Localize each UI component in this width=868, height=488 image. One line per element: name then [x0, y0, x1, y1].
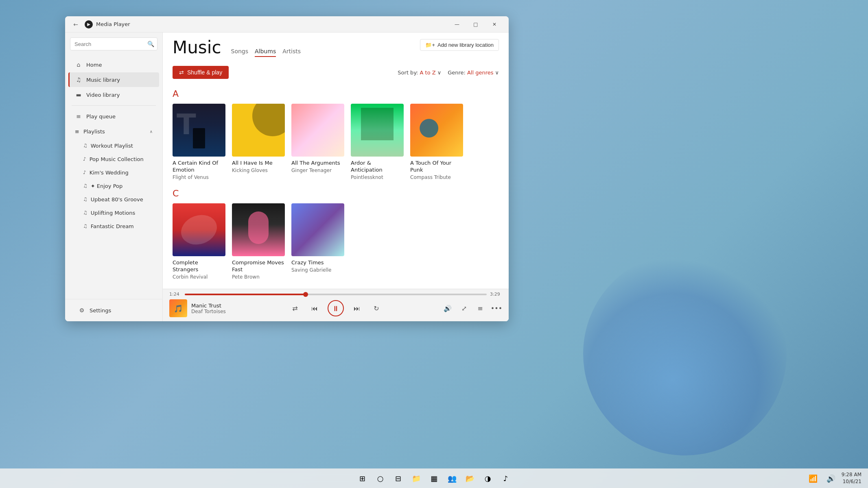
sidebar-label-pop: Pop Music Collection: [90, 156, 144, 162]
shuffle-play-button[interactable]: ⇄ Shuffle & play: [173, 66, 229, 79]
tab-artists[interactable]: Artists: [282, 46, 301, 57]
app-window: ← ▶ Media Player — □ ✕ 🔍: [65, 16, 509, 321]
search-icon: 🔍: [147, 41, 154, 47]
page-title: Music: [173, 39, 221, 56]
player-buttons: ⇄ ⏮ ⏸ ⏭ ↻: [259, 300, 413, 316]
album-card-c2[interactable]: Compromise Moves Fast Pete Brown: [232, 203, 285, 280]
next-button[interactable]: ⏭: [350, 302, 363, 315]
sidebar-item-kims-wedding[interactable]: ♪ Kim's Wedding: [68, 166, 159, 179]
maximize-button[interactable]: □: [466, 18, 485, 31]
fullscreen-button[interactable]: ⤢: [458, 303, 470, 314]
shuffle-button[interactable]: ⇄: [289, 302, 302, 315]
album-name-c3: Crazy Times: [291, 259, 344, 266]
more-options-icon: •••: [491, 305, 502, 312]
progress-track[interactable]: [185, 294, 487, 295]
sort-by-control[interactable]: Sort by: A to Z ∨: [398, 70, 441, 76]
minimize-button[interactable]: —: [448, 18, 466, 31]
taskbar-wifi-icon[interactable]: 📶: [806, 471, 820, 486]
sidebar-label-play-queue: Play queue: [86, 113, 116, 120]
app-body: 🔍 ⌂ Home ♫ Music library ▬ Video library: [65, 33, 509, 321]
albums-grid-c: Complete Strangers Corbin Revival Compro…: [173, 203, 499, 280]
pause-button[interactable]: ⏸: [328, 300, 344, 316]
add-library-button[interactable]: 📁+ Add new library location: [420, 39, 499, 51]
album-artist-c2: Pete Brown: [232, 274, 285, 280]
taskbar-search[interactable]: ○: [373, 471, 388, 486]
sidebar-item-video-library[interactable]: ▬ Video library: [68, 87, 159, 102]
sidebar-item-play-queue[interactable]: ≡ Play queue: [68, 109, 159, 124]
tab-songs[interactable]: Songs: [231, 46, 249, 57]
album-card-c3[interactable]: Crazy Times Saving Gabrielle: [291, 203, 344, 280]
more-options-button[interactable]: •••: [491, 303, 502, 314]
previous-button[interactable]: ⏮: [308, 302, 321, 315]
tab-albums[interactable]: Albums: [255, 46, 276, 57]
shuffle-icon: ⇄: [179, 69, 184, 76]
album-cover-a3: [291, 104, 344, 157]
close-button[interactable]: ✕: [485, 18, 504, 31]
sidebar-item-uplifting-motions[interactable]: ♫ Uplifting Motions: [68, 206, 159, 219]
album-artist-a1: Flight of Venus: [173, 174, 225, 180]
progress-thumb: [303, 292, 308, 297]
taskbar-start[interactable]: ⊞: [355, 471, 370, 486]
player-right-controls: 🔊 ⤢ ≡ •••: [413, 303, 502, 314]
sidebar-item-home[interactable]: ⌂ Home: [68, 57, 159, 72]
content-header: Music Songs Albums Artists 📁+ Add new li…: [163, 33, 509, 61]
album-artist-c3: Saving Gabrielle: [291, 267, 344, 273]
album-cover-c1: [173, 203, 225, 256]
album-name-c1: Complete Strangers: [173, 259, 225, 273]
taskbar-right: 📶 🔊 9:28 AM 10/6/21: [806, 471, 861, 486]
sidebar-item-enjoy-pop[interactable]: ♫ ✦ Enjoy Pop: [68, 179, 159, 192]
taskbar: ⊞ ○ ⊟ 📁 ▦ 👥 📂 ◑ ♪ 📶 🔊 9:28 AM 10/6/21: [0, 468, 868, 488]
sidebar-label-workout: Workout Playlist: [91, 143, 133, 149]
sidebar-label-home: Home: [86, 62, 102, 68]
taskbar-widgets[interactable]: ▦: [427, 471, 442, 486]
album-card-a2[interactable]: All I Have Is Me Kicking Gloves: [232, 104, 285, 180]
sidebar-bottom: ⚙ Settings: [65, 299, 162, 321]
sidebar-item-80s-groove[interactable]: ♫ Upbeat 80's Groove: [68, 193, 159, 206]
sidebar-item-fantastic-dream[interactable]: ♫ Fantastic Dream: [68, 220, 159, 233]
taskbar-volume-icon[interactable]: 🔊: [824, 471, 838, 486]
taskbar-files[interactable]: 📁: [409, 471, 424, 486]
album-card-a5[interactable]: A Touch Of Your Punk Compass Tribute: [410, 104, 463, 180]
sidebar-item-settings[interactable]: ⚙ Settings: [72, 303, 156, 318]
now-playing-bar: 1:24 3:29 🎵: [163, 289, 509, 321]
taskbar-edge[interactable]: ◑: [481, 471, 495, 486]
time-current: 1:24: [169, 292, 181, 297]
app-icon: ▶: [85, 20, 93, 28]
album-cover-c3: [291, 203, 344, 256]
track-name: Manic Trust: [191, 303, 226, 309]
genre-control[interactable]: Genre: All genres ∨: [448, 70, 499, 76]
content-title-left: Music Songs Albums Artists: [173, 39, 301, 58]
sidebar-label-uplifting: Uplifting Motions: [91, 210, 136, 216]
shuffle-icon: ⇄: [292, 305, 297, 312]
album-card-a3[interactable]: All The Arguments Ginger Teenager: [291, 104, 344, 180]
sidebar-item-music-library[interactable]: ♫ Music library: [68, 72, 159, 87]
album-card-c1[interactable]: Complete Strangers Corbin Revival: [173, 203, 225, 280]
sidebar-item-workout-playlist[interactable]: ♫ Workout Playlist: [68, 139, 159, 152]
volume-button[interactable]: 🔊: [442, 303, 453, 314]
album-card-a4[interactable]: Ardor & Anticipation Pointlessknot: [351, 104, 404, 180]
taskbar-taskview[interactable]: ⊟: [391, 471, 406, 486]
track-info: 🎵 Manic Trust Deaf Tortoises: [169, 299, 259, 317]
volume-icon: 🔊: [444, 305, 452, 312]
albums-grid-a: A Certain Kind Of Emotion Flight of Venu…: [173, 104, 499, 180]
search-input[interactable]: [70, 37, 157, 50]
album-cover-c2: [232, 203, 285, 256]
album-artist-a3: Ginger Teenager: [291, 168, 344, 173]
taskbar-time[interactable]: 9:28 AM 10/6/21: [842, 471, 861, 485]
album-card-a1[interactable]: A Certain Kind Of Emotion Flight of Venu…: [173, 104, 225, 180]
taskbar-music[interactable]: ♪: [498, 471, 513, 486]
fullscreen-icon: ⤢: [461, 305, 467, 312]
taskbar-explorer[interactable]: 📂: [463, 471, 477, 486]
album-cover-a5: [410, 104, 463, 157]
back-button[interactable]: ←: [70, 19, 81, 30]
sidebar-label-fantastic: Fantastic Dream: [91, 223, 134, 229]
taskbar-teams[interactable]: 👥: [445, 471, 459, 486]
search-container: 🔍: [70, 37, 157, 50]
genre-chevron-icon: ∨: [495, 70, 499, 76]
sidebar-item-pop-collection[interactable]: ♪ Pop Music Collection: [68, 152, 159, 166]
sidebar-item-playlists[interactable]: ≡ Playlists ∧: [68, 124, 159, 139]
queue-button[interactable]: ≡: [474, 303, 486, 314]
player-controls: 🎵 Manic Trust Deaf Tortoises ⇄: [163, 298, 509, 321]
title-bar: ← ▶ Media Player — □ ✕: [65, 16, 509, 33]
repeat-button[interactable]: ↻: [370, 302, 383, 315]
